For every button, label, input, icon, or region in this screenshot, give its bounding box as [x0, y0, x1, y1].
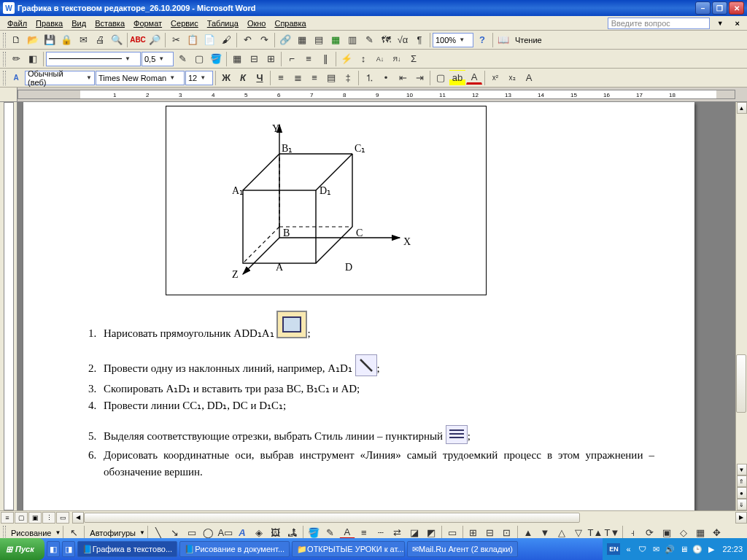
- print-icon[interactable]: 🖨: [92, 32, 108, 48]
- sort-asc-icon[interactable]: A↓: [372, 51, 388, 67]
- web-view-icon[interactable]: ▢: [15, 512, 28, 524]
- borders-icon[interactable]: ▢: [433, 70, 449, 86]
- start-button[interactable]: ⊞ Пуск: [0, 538, 44, 560]
- distribute-cols-icon[interactable]: ‖: [317, 51, 333, 67]
- taskbar-clock[interactable]: 22:23: [722, 545, 743, 553]
- zoom-combo[interactable]: 100%▼: [433, 33, 473, 47]
- next-page-icon[interactable]: ⇓: [737, 499, 747, 510]
- print-view-icon[interactable]: ▣: [28, 512, 42, 524]
- split-cells-icon[interactable]: ⊞: [263, 51, 279, 67]
- sort-desc-icon[interactable]: Я↓: [389, 51, 405, 67]
- tray-icon[interactable]: 🔊: [664, 543, 676, 555]
- border-color-icon[interactable]: ✎: [174, 51, 190, 67]
- redo-icon[interactable]: ↷: [256, 32, 272, 48]
- paste-icon[interactable]: 📄: [201, 32, 217, 48]
- reading-layout-icon[interactable]: 📖: [495, 32, 511, 48]
- distribute-rows-icon[interactable]: ≡: [301, 51, 317, 67]
- highlight-icon[interactable]: ab: [449, 70, 465, 86]
- justify-icon[interactable]: ▤: [323, 70, 339, 86]
- open-icon[interactable]: 📂: [25, 32, 41, 48]
- font-combo[interactable]: Times New Roman▼: [96, 71, 185, 85]
- text-direction-icon[interactable]: ↕: [355, 51, 371, 67]
- outside-border-icon[interactable]: ▢: [191, 51, 207, 67]
- excel-icon[interactable]: ▦: [328, 32, 344, 48]
- char-scaling-icon[interactable]: A: [521, 70, 537, 86]
- email-icon[interactable]: ✉: [75, 32, 91, 48]
- menu-format[interactable]: Формат: [129, 18, 166, 29]
- align-right-icon[interactable]: ≡: [306, 70, 322, 86]
- scroll-up-icon[interactable]: ▲: [737, 102, 747, 114]
- save-icon[interactable]: 💾: [42, 32, 58, 48]
- taskbar-item[interactable]: 📘 Графика в текстово...: [77, 541, 177, 557]
- cut-icon[interactable]: ✂: [168, 32, 184, 48]
- shading-color-icon[interactable]: 🪣: [208, 51, 224, 67]
- show-marks-icon[interactable]: ¶: [411, 32, 427, 48]
- lang-indicator[interactable]: EN: [607, 543, 620, 555]
- drawing-toggle-icon[interactable]: ✎: [361, 32, 377, 48]
- minimize-button[interactable]: –: [695, 1, 711, 15]
- research-icon[interactable]: 🔎: [147, 32, 163, 48]
- reading-label[interactable]: Чтение: [512, 36, 545, 44]
- style-combo[interactable]: Обычный (веб)▼: [25, 71, 95, 85]
- line-style-combo[interactable]: ▼: [46, 52, 141, 66]
- toolbar-handle[interactable]: [3, 71, 6, 85]
- insert-table2-icon[interactable]: ▦: [229, 51, 245, 67]
- doc-map-icon[interactable]: 🗺: [378, 32, 394, 48]
- menu-insert[interactable]: Вставка: [90, 18, 129, 29]
- menu-edit[interactable]: Правка: [31, 18, 67, 29]
- tray-icon[interactable]: ▶: [705, 543, 717, 555]
- close-doc-button[interactable]: ×: [731, 18, 744, 29]
- normal-view-icon[interactable]: ≡: [1, 512, 14, 524]
- autoshapes-menu[interactable]: Автофигуры: [87, 529, 139, 537]
- scroll-thumb[interactable]: [736, 354, 746, 413]
- help-icon[interactable]: ?: [474, 32, 490, 48]
- taskbar-item[interactable]: 📘 Рисование в документ...: [179, 541, 290, 557]
- reading-view-icon[interactable]: ▭: [56, 512, 69, 524]
- hyperlink-icon[interactable]: 🔗: [277, 32, 293, 48]
- menu-table[interactable]: Таблица: [203, 18, 243, 29]
- toolbar-handle[interactable]: [3, 33, 6, 47]
- menu-help[interactable]: Справка: [270, 18, 310, 29]
- menu-tools[interactable]: Сервис: [166, 18, 203, 29]
- horizontal-scrollbar[interactable]: ◀ ▶: [72, 512, 747, 524]
- quick-launch-icon[interactable]: ◨: [62, 541, 75, 557]
- print-preview-icon[interactable]: 🔍: [109, 32, 125, 48]
- help-search-input[interactable]: Введите вопрос: [608, 18, 710, 29]
- line-weight-combo[interactable]: 0,5▼: [142, 52, 174, 66]
- undo-icon[interactable]: ↶: [239, 32, 255, 48]
- spellcheck-icon[interactable]: ABC: [130, 32, 146, 48]
- underline-icon[interactable]: Ч: [252, 70, 268, 86]
- insert-table-icon[interactable]: ▤: [311, 32, 327, 48]
- menu-view[interactable]: Вид: [67, 18, 90, 29]
- outline-view-icon[interactable]: ⋮: [42, 512, 55, 524]
- tray-icon[interactable]: 🖥: [678, 543, 689, 555]
- italic-icon[interactable]: К: [235, 70, 251, 86]
- tray-icon[interactable]: ✉: [650, 543, 662, 555]
- close-button[interactable]: ✕: [729, 1, 744, 15]
- permissions-icon[interactable]: 🔒: [58, 32, 74, 48]
- autoformat-icon[interactable]: ⚡: [338, 51, 355, 67]
- numbering-icon[interactable]: ⒈: [361, 70, 377, 86]
- equation-icon[interactable]: √α: [395, 32, 411, 48]
- font-color-icon[interactable]: A: [466, 71, 482, 85]
- format-painter-icon[interactable]: 🖌: [218, 32, 234, 48]
- superscript-icon[interactable]: x²: [487, 70, 503, 86]
- columns-icon[interactable]: ▥: [344, 32, 360, 48]
- new-doc-icon[interactable]: 🗋: [8, 32, 24, 48]
- tray-icon[interactable]: 🕒: [692, 543, 703, 555]
- scroll-left-icon[interactable]: ◀: [72, 512, 84, 524]
- quick-launch-icon[interactable]: ◧: [47, 541, 60, 557]
- scroll-down-icon[interactable]: ▼: [737, 464, 747, 475]
- autosum-icon[interactable]: Σ: [406, 51, 422, 67]
- vertical-ruler[interactable]: [0, 102, 18, 510]
- draw-table-icon[interactable]: ✏: [8, 51, 24, 67]
- align-top-icon[interactable]: ⌐: [284, 51, 300, 67]
- bold-icon[interactable]: Ж: [218, 70, 234, 86]
- tables-borders-icon[interactable]: ▦: [294, 32, 310, 48]
- help-dropdown-icon[interactable]: ▼: [713, 18, 728, 28]
- align-center-icon[interactable]: ≣: [290, 70, 306, 86]
- tray-icon[interactable]: 🛡: [636, 543, 648, 555]
- bullets-icon[interactable]: •: [378, 70, 394, 86]
- eraser-icon[interactable]: ◧: [25, 51, 41, 67]
- drawing-menu[interactable]: Рисование: [8, 529, 54, 537]
